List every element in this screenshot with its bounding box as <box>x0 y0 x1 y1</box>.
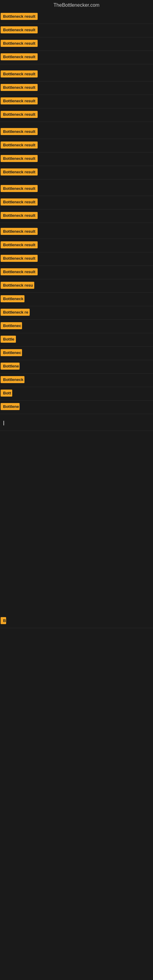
bottleneck-label-17[interactable]: Bottleneck result <box>1 241 38 248</box>
bottleneck-label-23[interactable]: Bottlenec <box>1 322 22 329</box>
result-row-20: Bottleneck resu <box>0 279 153 293</box>
bottleneck-label-31[interactable]: B <box>1 617 6 624</box>
cursor-row: | <box>0 414 153 431</box>
bottleneck-label-13[interactable]: Bottleneck result <box>1 185 38 192</box>
bottleneck-label-25[interactable]: Bottlenec <box>1 349 22 356</box>
bottleneck-label-14[interactable]: Bottleneck result <box>1 199 38 205</box>
result-row-15: Bottleneck result <box>0 210 153 223</box>
bottleneck-label-3[interactable]: Bottleneck result <box>1 40 38 47</box>
result-row-27: Bottleneck <box>0 374 153 387</box>
bottleneck-label-1[interactable]: Bottleneck result <box>1 13 38 20</box>
bottleneck-label-8[interactable]: Bottleneck result <box>1 111 38 118</box>
result-row-25: Bottlenec <box>0 347 153 360</box>
bottleneck-label-11[interactable]: Bottleneck result <box>1 155 38 162</box>
bottleneck-label-28[interactable]: Bott <box>1 390 12 396</box>
results-container: Bottleneck result Bottleneck result Bott… <box>0 10 153 873</box>
result-row-12: Bottleneck result <box>0 166 153 180</box>
result-row-7: Bottleneck result <box>0 95 153 108</box>
bottleneck-label-6[interactable]: Bottleneck result <box>1 84 38 91</box>
result-row-2: Bottleneck result <box>0 24 153 37</box>
result-row-11: Bottleneck result <box>0 153 153 166</box>
result-row-18: Bottleneck result <box>0 252 153 266</box>
result-row-29: Bottlene <box>0 401 153 414</box>
bottleneck-label-2[interactable]: Bottleneck result <box>1 26 38 33</box>
result-row-13: Bottleneck result <box>0 180 153 196</box>
result-row-21: Bottleneck <box>0 293 153 306</box>
result-row-24: Bottle <box>0 333 153 347</box>
result-row-16: Bottleneck result <box>0 223 153 239</box>
bottleneck-label-4[interactable]: Bottleneck result <box>1 53 38 60</box>
cursor-label: | <box>1 419 5 427</box>
empty-space-1 <box>0 431 153 615</box>
result-row-4: Bottleneck result <box>0 51 153 64</box>
bottleneck-label-7[interactable]: Bottleneck result <box>1 97 38 105</box>
result-row-6: Bottleneck result <box>0 81 153 95</box>
bottleneck-label-18[interactable]: Bottleneck result <box>1 255 38 262</box>
bottleneck-label-20[interactable]: Bottleneck resu <box>1 282 34 289</box>
bottleneck-label-24[interactable]: Bottle <box>1 336 16 343</box>
result-row-3: Bottleneck result <box>0 37 153 51</box>
result-row-1: Bottleneck result <box>0 10 153 24</box>
result-row-17: Bottleneck result <box>0 239 153 252</box>
bottleneck-label-16[interactable]: Bottleneck result <box>1 228 38 235</box>
bottleneck-label-19[interactable]: Bottleneck result <box>1 268 38 275</box>
result-row-28: Bott <box>0 387 153 401</box>
result-row-8: Bottleneck result <box>0 108 153 122</box>
result-row-26: Bottlene <box>0 360 153 374</box>
result-row-31: B <box>0 615 153 628</box>
bottleneck-label-5[interactable]: Bottleneck result <box>1 70 38 78</box>
result-row-5: Bottleneck result <box>0 64 153 81</box>
site-header: TheBottlenecker.com <box>0 0 153 10</box>
empty-space-2 <box>0 628 153 873</box>
bottleneck-label-22[interactable]: Bottleneck re <box>1 309 30 316</box>
bottleneck-label-12[interactable]: Bottleneck result <box>1 169 38 175</box>
bottleneck-label-9[interactable]: Bottleneck result <box>1 128 38 135</box>
result-row-23: Bottlenec <box>0 320 153 333</box>
bottleneck-label-10[interactable]: Bottleneck result <box>1 142 38 148</box>
site-title: TheBottlenecker.com <box>0 0 153 10</box>
bottleneck-label-26[interactable]: Bottlene <box>1 363 19 370</box>
result-row-19: Bottleneck result <box>0 266 153 279</box>
result-row-22: Bottleneck re <box>0 306 153 320</box>
result-row-9: Bottleneck result <box>0 122 153 139</box>
bottleneck-label-27[interactable]: Bottleneck <box>1 376 24 383</box>
bottleneck-label-15[interactable]: Bottleneck result <box>1 212 38 219</box>
bottleneck-label-21[interactable]: Bottleneck <box>1 295 24 302</box>
result-row-10: Bottleneck result <box>0 139 153 153</box>
bottleneck-label-29[interactable]: Bottlene <box>1 403 19 410</box>
result-row-14: Bottleneck result <box>0 196 153 210</box>
